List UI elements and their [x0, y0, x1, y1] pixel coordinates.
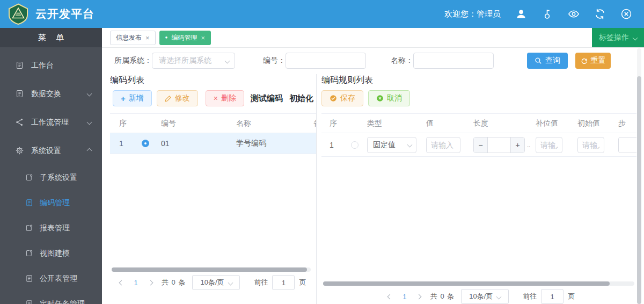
sidebar-item-scheduled-task-management[interactable]: 定时任务管理	[0, 291, 102, 304]
row-radio-unselected[interactable]	[351, 141, 358, 149]
next-page-button[interactable]	[412, 295, 426, 299]
sidebar: 菜 单 工作台 数据交换	[0, 28, 102, 304]
chevron-down-icon	[496, 294, 502, 299]
search-icon	[535, 57, 542, 64]
header-init-value: 初始值	[577, 119, 618, 128]
sidebar-item-system-settings[interactable]: 系统设置	[0, 136, 102, 165]
sidebar-item-data-exchange[interactable]: 数据交换	[0, 79, 102, 108]
page-unit-label: 页	[299, 278, 306, 287]
refresh-icon[interactable]	[594, 8, 606, 20]
header-value: 值	[426, 119, 473, 128]
clipboard-icon	[25, 173, 33, 182]
sidebar-item-label: 视图建模	[40, 249, 70, 258]
edit-button[interactable]: 修改	[157, 90, 198, 106]
row-index: 1	[119, 139, 138, 148]
power-icon[interactable]	[620, 8, 632, 20]
close-icon[interactable]: ×	[145, 34, 150, 41]
add-button[interactable]: + 新增	[113, 90, 152, 106]
scrollbar-thumb[interactable]	[112, 267, 307, 272]
current-page[interactable]: 1	[397, 293, 412, 301]
system-select[interactable]: 请选择所属系统	[152, 53, 235, 69]
tag-operations-button[interactable]: 标签操作	[592, 28, 644, 47]
row-radio-selected[interactable]	[142, 140, 149, 147]
save-button[interactable]: 保存	[321, 90, 363, 106]
search-button-label: 查询	[545, 56, 560, 66]
page-size-select[interactable]: 10条/页	[461, 289, 509, 304]
header-step: 步	[618, 119, 636, 128]
sidebar-item-public-table-management[interactable]: 公开表管理	[0, 266, 102, 291]
test-code-button[interactable]: 测试编码	[251, 93, 283, 104]
reset-button[interactable]: 重置	[575, 53, 611, 69]
vertical-scrollbar[interactable]	[637, 48, 641, 304]
add-button-label: 新增	[129, 93, 144, 103]
code-table: 序 编号 名称 备 1 01 学号编码	[110, 113, 316, 154]
row-name: 学号编码	[236, 139, 313, 148]
page-title: 云开发平台	[35, 6, 94, 21]
goto-page-input[interactable]	[272, 275, 295, 290]
main-area: 信息发布 × ● 编码管理 × 标签操作 所属系统：	[102, 28, 644, 304]
eye-icon[interactable]	[568, 8, 580, 20]
name-field[interactable]	[413, 53, 494, 69]
sidebar-item-workbench[interactable]: 工作台	[0, 51, 102, 79]
sidebar-item-workflow[interactable]: 工作流管理	[0, 108, 102, 136]
value-input[interactable]	[426, 137, 460, 153]
code-list-panel: 编码列表 + 新增 修改 ×	[110, 74, 317, 304]
page-size-select[interactable]: 10条/页	[192, 275, 240, 290]
horizontal-scrollbar[interactable]	[323, 281, 634, 286]
goto-label: 前往	[254, 278, 268, 287]
sidebar-item-label: 定时任务管理	[40, 299, 85, 304]
welcome-text: 欢迎您：管理员	[444, 9, 501, 19]
sidebar-item-report-management[interactable]: 报表管理	[0, 215, 102, 241]
sidebar-nav: 工作台 数据交换 工作流管理	[0, 47, 102, 304]
scrollbar-thumb[interactable]	[637, 76, 641, 304]
prev-page-button[interactable]	[383, 295, 397, 299]
search-button[interactable]: 查询	[527, 53, 568, 69]
stepper-minus-button[interactable]: −	[474, 137, 488, 153]
sidebar-item-subsystem-settings[interactable]: 子系统设置	[0, 165, 102, 190]
code-field-label: 编号：	[263, 56, 286, 66]
clipboard-icon	[25, 249, 33, 257]
length-input[interactable]	[488, 137, 510, 153]
table-row[interactable]: 1 01 学号编码	[110, 133, 316, 154]
sidebar-item-code-management[interactable]: 编码管理	[0, 190, 102, 215]
tab-code-management[interactable]: ● 编码管理 ×	[159, 31, 211, 45]
horizontal-scrollbar[interactable]	[112, 267, 311, 272]
sidebar-item-view-modeling[interactable]: 视图建模	[0, 241, 102, 266]
cancel-button[interactable]: 取消	[368, 90, 410, 106]
type-select[interactable]: 固定值	[367, 137, 416, 153]
current-page[interactable]: 1	[128, 279, 143, 287]
stepper-plus-button[interactable]: +	[510, 137, 524, 153]
cancel-button-label: 取消	[387, 93, 402, 103]
chevron-up-icon	[87, 148, 92, 154]
scrollbar-thumb[interactable]	[323, 281, 610, 286]
tab-info-publish[interactable]: 信息发布 ×	[110, 31, 156, 45]
key-icon[interactable]	[541, 8, 553, 20]
next-page-button[interactable]	[143, 281, 157, 285]
code-field[interactable]	[286, 53, 366, 69]
goto-page-input[interactable]	[541, 289, 564, 304]
delete-button-label: 删除	[221, 93, 236, 103]
filter-row: 所属系统： 请选择所属系统 编号： 名称： 查询	[110, 53, 644, 69]
document-icon	[15, 61, 24, 70]
brand: 云开发平台	[8, 3, 94, 25]
step-input[interactable]	[618, 137, 636, 153]
prev-page-button[interactable]	[114, 281, 128, 285]
document-icon	[25, 199, 33, 207]
user-icon[interactable]	[515, 8, 527, 20]
pad-value-input[interactable]	[536, 137, 562, 153]
pencil-icon	[165, 95, 172, 102]
goto-label: 前往	[523, 292, 537, 301]
code-list-pagination: 1 共 0 条 10条/页 前往 页	[114, 275, 316, 290]
code-list-toolbar: + 新增 修改 × 删除 测试编码	[110, 90, 316, 106]
delete-button[interactable]: × 删除	[206, 90, 244, 106]
close-icon[interactable]: ×	[201, 34, 205, 41]
document-icon	[25, 300, 33, 304]
tab-label: 信息发布	[116, 33, 142, 42]
sidebar-item-label: 公开表管理	[40, 274, 77, 284]
init-value-input[interactable]	[577, 137, 604, 153]
empty-space	[110, 154, 316, 267]
type-select-value: 固定值	[373, 140, 408, 150]
row-index: 1	[330, 141, 348, 149]
sidebar-item-label: 系统设置	[31, 146, 61, 156]
initialize-button[interactable]: 初始化	[289, 93, 313, 104]
